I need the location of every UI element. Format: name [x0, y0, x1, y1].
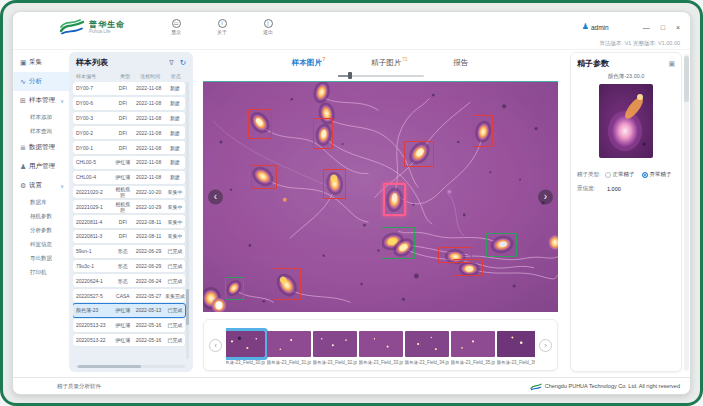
table-row[interactable]: CHL00-4 伊红薄 2022-11-08 新建	[73, 171, 185, 184]
table-row[interactable]: 20221020-2 相机焦距 2022-10-20 采集中	[73, 186, 185, 199]
radio-icon	[605, 172, 611, 178]
detection-box-normal[interactable]	[486, 233, 517, 257]
thumbnail-filename: 颜色薄-23_Field_36.jpg	[497, 360, 536, 365]
header-menu: ▭ 显示 i 关于 | 退出	[171, 19, 273, 35]
sidebar-item[interactable]: 打印机	[13, 265, 69, 279]
detection-box-normal[interactable]	[381, 227, 415, 260]
next-image-button[interactable]: ›	[538, 189, 553, 204]
thumbnail-item[interactable]: 颜色薄-23_Field_32.jpg	[313, 331, 357, 365]
thumbnails-prev-button[interactable]: ‹	[209, 339, 222, 352]
thumbnail-item[interactable]: 颜色薄-23_Field_33.jpg	[359, 331, 403, 365]
sidebar-item[interactable]: 样本添加	[13, 110, 69, 124]
sidebar-item[interactable]: 样本查询	[13, 124, 69, 138]
table-row[interactable]: 20220513-23 伊红薄 2022-05-16 已完成	[73, 319, 185, 332]
table-row[interactable]: 颜色薄-23 伊红薄 2022-05-13 已完成	[73, 304, 185, 317]
sidebar-item[interactable]: 数据库	[13, 195, 69, 209]
table-row[interactable]: 20220624-1 形态 2022-06-24 已完成	[73, 274, 185, 287]
detection-box-abnormal[interactable]	[251, 165, 277, 189]
panel-expand-icon[interactable]: ▣	[668, 60, 675, 68]
table-row[interactable]: 59un-1 形态 2022-06-29 已完成	[73, 245, 185, 258]
detection-box-abnormal[interactable]	[404, 141, 434, 168]
sidebar-item[interactable]: 相机参数	[13, 209, 69, 223]
table-row[interactable]: DY00-7 DFI 2022-11-08 新建	[73, 82, 185, 95]
table-row[interactable]: 20220527-5 CASA 2022-05-27 采集完成	[73, 289, 185, 302]
viewer-tab[interactable]: 精子图片73	[371, 57, 407, 68]
thumbnail-item[interactable]: 颜色薄-23_Field_34.jpg	[405, 331, 449, 365]
detection-box-normal[interactable]	[225, 277, 244, 299]
table-row[interactable]: DY00-6 DFI 2022-11-08 新建	[73, 97, 185, 110]
vertical-scrollbar[interactable]	[186, 82, 189, 359]
sidebar-item[interactable]: ≣ 数据管理	[13, 138, 69, 157]
sidebar-item[interactable]: 科室信息	[13, 237, 69, 251]
window-scrollbar[interactable]	[684, 54, 689, 371]
thumbnail-item[interactable]: 颜色薄-23_Field_35.jpg	[451, 331, 495, 365]
horizontal-scrollbar[interactable]	[76, 365, 185, 368]
table-row[interactable]: 20220811-4 DFI 2022-08-11 采集中	[73, 215, 185, 228]
thumbnail-item[interactable]: 颜色薄-23_Field_31.jpg	[267, 331, 311, 365]
close-button[interactable]: ×	[676, 24, 680, 31]
user-menu[interactable]: ♟ admin	[582, 23, 609, 31]
zoom-slider[interactable]	[338, 75, 424, 77]
detection-box-selected[interactable]	[383, 183, 406, 216]
thumbnail-item[interactable]: 颜色薄-23_Field_30.jpg	[226, 331, 265, 365]
sidebar-item-label: 用户管理	[29, 162, 55, 171]
header-menu-item[interactable]: ▭ 显示	[171, 19, 181, 35]
version-info: 算法版本: V1 完整版本: V1.00.00	[600, 40, 680, 47]
table-row[interactable]: 20220513-22 伊红薄 2022-05-16 已完成	[73, 334, 185, 347]
cell-date: 2022-10-29	[132, 204, 164, 210]
panel-title: 精子参数	[577, 58, 609, 69]
viewer-tab[interactable]: 样本图片7	[292, 57, 326, 68]
table-row[interactable]: DY00-3 DFI 2022-11-08 新建	[73, 112, 185, 125]
column-header-date: 送检时间	[134, 73, 166, 79]
filter-icon[interactable]: ∇	[169, 59, 173, 67]
table-header: 样本编号 类型 送检时间 状态	[73, 72, 189, 82]
header-menu-item[interactable]: i 关于	[217, 19, 227, 35]
thumbnails-next-button[interactable]: ›	[539, 339, 552, 352]
minimize-button[interactable]: —	[643, 24, 650, 31]
table-row[interactable]: CHL00-5 伊红薄 2022-11-08 新建	[73, 156, 185, 169]
detection-box-abnormal[interactable]	[273, 268, 301, 300]
sperm-type-option[interactable]: 正常精子	[605, 171, 635, 178]
table-row[interactable]: 79u3c-1 形态 2022-06-29 已完成	[73, 260, 185, 273]
detection-box-abnormal[interactable]	[473, 115, 493, 148]
sperm-type-option[interactable]: 异常精子	[642, 171, 672, 178]
sidebar-item[interactable]: 导出数据	[13, 251, 69, 265]
sidebar-item-label: 科室信息	[30, 241, 52, 248]
refresh-icon[interactable]: ↻	[180, 58, 186, 67]
sidebar-item[interactable]: ∿ 分析	[13, 72, 69, 91]
thumbnail-image	[267, 331, 311, 357]
company-logo-icon	[530, 382, 542, 391]
scrollbar-thumb[interactable]	[78, 365, 141, 368]
sidebar-item[interactable]: ⊞ 样本管理 ∨	[13, 91, 69, 110]
detection-box-abnormal[interactable]	[323, 169, 347, 199]
sidebar-item[interactable]: 分析参数	[13, 223, 69, 237]
detection-box-abnormal[interactable]	[453, 259, 483, 276]
sidebar-item[interactable]: ⚙ 设置 ∨	[13, 176, 69, 195]
sidebar-item[interactable]: ♟ 用户管理	[13, 157, 69, 176]
detection-box-abnormal[interactable]	[313, 118, 333, 148]
cell-type: 伊红薄	[113, 159, 132, 165]
scrollbar-thumb[interactable]	[186, 289, 189, 325]
tab-label: 报告	[453, 58, 468, 67]
table-row[interactable]: DY00-1 DFI 2022-11-08 新建	[73, 141, 185, 154]
zoom-slider-handle[interactable]	[348, 72, 352, 79]
cell-type: 形态	[113, 248, 132, 254]
sidebar-item[interactable]: ▣ 采集	[13, 53, 69, 72]
sidebar-item-label: 数据库	[30, 199, 47, 206]
maximize-button[interactable]: □	[661, 24, 665, 31]
table-row[interactable]: DY00-2 DFI 2022-11-08 新建	[73, 126, 185, 139]
previous-image-button[interactable]: ‹	[208, 189, 223, 204]
viewer-tab[interactable]: 报告	[453, 57, 469, 68]
tab-label: 精子图片	[371, 58, 401, 67]
thumbnail-filename: 颜色薄-23_Field_35.jpg	[451, 360, 495, 365]
header-menu-item[interactable]: | 退出	[263, 19, 273, 35]
chevron-down-icon: ∨	[60, 183, 66, 189]
sidebar-item-icon: ⚙	[20, 182, 29, 190]
detection-box-abnormal[interactable]	[248, 109, 272, 139]
cell-date: 2022-05-13	[132, 307, 164, 313]
thumbnail-item[interactable]: 颜色薄-23_Field_36.jpg	[497, 331, 536, 365]
chevron-down-icon: ∨	[60, 98, 66, 104]
table-row[interactable]: 20220811-3 DFI 2022-08-11 采集中	[73, 230, 185, 243]
scrollbar-thumb[interactable]	[684, 56, 689, 102]
table-row[interactable]: 20221029-1 相机焦距 2022-10-29 采集中	[73, 200, 185, 213]
